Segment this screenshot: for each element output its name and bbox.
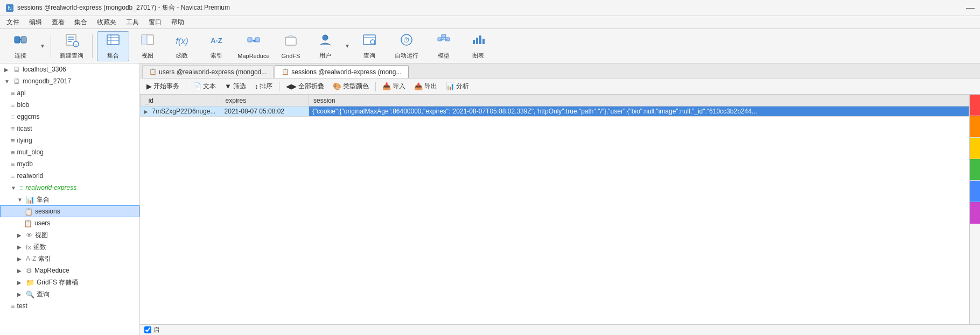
toolbar-index[interactable]: A-Z 索引	[200, 31, 233, 61]
toolbar-user[interactable]: 用户	[309, 31, 341, 61]
menu-window[interactable]: 窗口	[144, 17, 166, 28]
sidebar-item-mongodb[interactable]: ▼ 🖥 mongodb_27017	[0, 75, 139, 87]
sec-btn-export[interactable]: 📤 导出	[411, 81, 440, 92]
sidebar-label-eggcms: eggcms	[17, 113, 40, 120]
svg-point-25	[323, 35, 328, 40]
sidebar-item-localhost[interactable]: ▶ 🖥 localhost_3306	[0, 63, 139, 75]
begin-tx-icon: ▶	[146, 82, 152, 90]
sidebar-item-query[interactable]: ▶ 🔍 查询	[0, 288, 139, 300]
bottom-bar: 启	[140, 324, 980, 335]
svg-text:f(x): f(x)	[176, 37, 188, 46]
toolbar-new-query[interactable]: + 新建查询	[55, 31, 88, 61]
toolbar-gridfs[interactable]: GridFS	[275, 31, 307, 61]
sidebar-item-mydb[interactable]: ≡ mydb	[0, 158, 139, 170]
sidebar-item-gridfs[interactable]: ▶ 📁 GridFS 存储桶	[0, 276, 139, 288]
gridfs-expand-arrow: ▶	[17, 280, 24, 286]
sec-btn-text[interactable]: 📄 文本	[190, 81, 219, 92]
sidebar-item-itying[interactable]: ≡ itying	[0, 134, 139, 146]
connect-icon	[13, 32, 28, 51]
sidebar-item-mut-blog[interactable]: ≡ mut_blog	[0, 146, 139, 158]
toolbar-autorun[interactable]: ⏱ 自动运行	[388, 31, 425, 61]
eggcms-icon: ≡	[11, 113, 15, 121]
menu-collection[interactable]: 集合	[70, 17, 92, 28]
sidebar-item-blob[interactable]: ≡ blob	[0, 99, 139, 111]
test-icon: ≡	[11, 302, 15, 310]
sidebar-label-views: 视图	[35, 231, 48, 240]
tab-sessions[interactable]: 📋 sessions @realworld-express (mong...	[275, 65, 408, 78]
color-swatch-yellow[interactable]	[970, 138, 980, 159]
right-color-bar	[969, 95, 980, 324]
collections-expand-arrow: ▼	[17, 197, 24, 203]
toolbar-collection[interactable]: 集合	[97, 31, 129, 61]
color-swatch-green[interactable]	[970, 159, 980, 181]
menu-edit[interactable]: 编辑	[25, 17, 46, 28]
sort-icon: ↕	[255, 82, 258, 90]
sidebar-item-realworld[interactable]: ≡ realworld	[0, 170, 139, 182]
sidebar-item-sessions[interactable]: 📋 sessions	[0, 205, 139, 217]
sec-btn-sort[interactable]: ↕ 排序	[251, 81, 276, 92]
user-arrow[interactable]: ▼	[344, 43, 351, 49]
table-row[interactable]: ▶ 7mSZxgP22D6nuge... 2021-08-07 05:08:02…	[141, 106, 969, 117]
tab-sessions-label: sessions @realworld-express (mong...	[291, 68, 401, 76]
menu-view[interactable]: 查看	[47, 17, 69, 28]
main-toolbar: 连接 ▼ + 新建查询 集合	[0, 29, 980, 63]
toolbar-mapreduce[interactable]: MapReduce	[235, 31, 272, 61]
toolbar-function[interactable]: f(x) 函数	[166, 31, 198, 61]
sidebar-label-collections-group: 集合	[37, 195, 50, 204]
type-color-label: 类型颜色	[343, 82, 369, 91]
sidebar-item-users[interactable]: 📋 users	[0, 217, 139, 229]
menu-favorites[interactable]: 收藏夹	[93, 17, 121, 28]
toolbar-view[interactable]: 视图	[131, 31, 164, 61]
sidebar-item-index[interactable]: ▶ A-Z 索引	[0, 253, 139, 265]
color-swatch-orange[interactable]	[970, 116, 980, 138]
gridfs-icon	[283, 33, 298, 52]
svg-rect-16	[142, 35, 147, 45]
color-swatch-red[interactable]	[970, 95, 980, 116]
sidebar-item-api[interactable]: ≡ api	[0, 87, 139, 99]
import-label: 导入	[393, 82, 405, 91]
sec-btn-filter[interactable]: ▼ 筛选	[221, 81, 249, 92]
toolbar-model[interactable]: 模型	[428, 31, 460, 61]
col-header-id: _id	[141, 95, 221, 106]
cell-expires-value: 2021-08-07 05:08:02	[225, 108, 284, 115]
menu-tools[interactable]: 工具	[122, 17, 143, 28]
sidebar-item-test[interactable]: ≡ test	[0, 300, 139, 312]
sidebar-label-rwe: realworld-express	[26, 184, 77, 191]
sidebar-item-collections-group[interactable]: ▼ 📊 集合	[0, 194, 139, 205]
title-bar: N sessions @realworld-express (mongodb_2…	[0, 0, 980, 16]
color-swatch-purple[interactable]	[970, 202, 980, 224]
svg-marker-24	[285, 35, 296, 38]
minimize-button[interactable]: —	[966, 3, 975, 13]
menu-help[interactable]: 帮助	[167, 17, 188, 28]
tab-users[interactable]: 📋 users @realworld-express (mongod...	[142, 65, 274, 78]
sidebar-item-eggcms[interactable]: ≡ eggcms	[0, 111, 139, 123]
sec-btn-collapse-all[interactable]: ◀▶ 全部折叠	[283, 81, 327, 92]
sec-btn-analyze[interactable]: 📊 分析	[443, 81, 472, 92]
sec-btn-type-color[interactable]: 🎨 类型颜色	[330, 81, 372, 92]
sidebar-item-functions[interactable]: ▶ fx 函数	[0, 241, 139, 253]
toolbar-query[interactable]: 查询	[353, 31, 386, 61]
views-icon: 👁	[26, 231, 33, 239]
sec-btn-import[interactable]: 📥 导入	[379, 81, 409, 92]
sidebar-item-views[interactable]: ▶ 👁 视图	[0, 229, 139, 241]
svg-rect-3	[21, 37, 26, 43]
color-swatch-blue[interactable]	[970, 181, 980, 202]
sidebar-item-realworld-express[interactable]: ▼ ≡ realworld-express	[0, 182, 139, 194]
function-label: 函数	[176, 52, 188, 60]
collapse-all-icon: ◀▶	[286, 82, 297, 90]
sidebar-item-mapreduce[interactable]: ▶ ⚙ MapReduce	[0, 265, 139, 276]
toolbar-chart[interactable]: 图表	[462, 31, 494, 61]
toolbar-connect[interactable]: 连接	[4, 31, 37, 61]
sec-sep1	[186, 82, 186, 91]
mr-icon: ⚙	[26, 267, 32, 275]
sidebar-label-query: 查询	[37, 290, 50, 299]
cell-session-value: {"cookie":{"originalMaxAge":86400000,"ex…	[312, 108, 757, 115]
svg-line-29	[374, 44, 375, 45]
connect-arrow[interactable]: ▼	[39, 43, 46, 49]
bottom-checkbox[interactable]	[144, 326, 151, 333]
sec-btn-begin-tx[interactable]: ▶ 开始事务	[143, 81, 183, 92]
sidebar-item-itcast[interactable]: ≡ itcast	[0, 123, 139, 134]
mydb-icon: ≡	[11, 160, 15, 168]
svg-rect-38	[473, 40, 475, 44]
menu-file[interactable]: 文件	[2, 17, 24, 28]
